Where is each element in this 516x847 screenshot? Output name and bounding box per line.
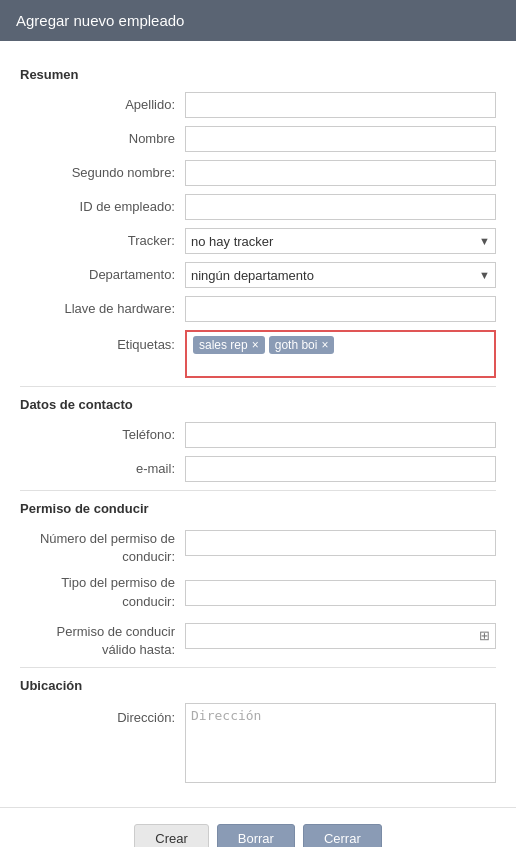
input-id-empleado[interactable] (185, 194, 496, 220)
label-email: e-mail: (20, 460, 185, 478)
group-id-empleado: ID de empleado: (20, 194, 496, 220)
section-permiso: Permiso de conducir (20, 501, 496, 516)
input-nombre[interactable] (185, 126, 496, 152)
label-permiso-valido: Permiso de conducir válido hasta: (20, 619, 185, 659)
divider-2 (20, 490, 496, 491)
label-nombre: Nombre (20, 130, 185, 148)
input-telefono[interactable] (185, 422, 496, 448)
footer: Crear Borrar Cerrar (0, 807, 516, 847)
group-segundo-nombre: Segundo nombre: (20, 160, 496, 186)
input-apellido[interactable] (185, 92, 496, 118)
label-id-empleado: ID de empleado: (20, 198, 185, 216)
window-title: Agregar nuevo empleado (16, 12, 184, 29)
tags-container[interactable]: sales rep × goth boi × (185, 330, 496, 378)
group-apellido: Apellido: (20, 92, 496, 118)
label-apellido: Apellido: (20, 96, 185, 114)
group-permiso-valido: Permiso de conducir válido hasta: ⊞ (20, 619, 496, 659)
btn-cerrar[interactable]: Cerrar (303, 824, 382, 847)
tag-sales-rep: sales rep × (193, 336, 265, 354)
label-telefono: Teléfono: (20, 426, 185, 444)
label-segundo-nombre: Segundo nombre: (20, 164, 185, 182)
group-nombre: Nombre (20, 126, 496, 152)
window: Agregar nuevo empleado Resumen Apellido:… (0, 0, 516, 847)
label-numero-permiso: Número del permiso de conducir: (20, 526, 185, 566)
label-direccion: Dirección: (20, 703, 185, 727)
title-bar: Agregar nuevo empleado (0, 0, 516, 41)
input-tipo-permiso[interactable] (185, 580, 496, 606)
group-email: e-mail: (20, 456, 496, 482)
tag-goth-boi: goth boi × (269, 336, 335, 354)
input-permiso-valido[interactable] (185, 623, 496, 649)
group-etiquetas: Etiquetas: sales rep × goth boi × (20, 330, 496, 378)
input-segundo-nombre[interactable] (185, 160, 496, 186)
group-telefono: Teléfono: (20, 422, 496, 448)
divider-1 (20, 386, 496, 387)
label-tracker: Tracker: (20, 232, 185, 250)
tracker-select[interactable]: no hay tracker (185, 228, 496, 254)
textarea-direccion[interactable] (185, 703, 496, 783)
tag-close-sales-rep[interactable]: × (252, 339, 259, 351)
group-llave-hardware: Llave de hardware: (20, 296, 496, 322)
label-etiquetas: Etiquetas: (20, 330, 185, 354)
tag-input[interactable] (338, 336, 488, 355)
tag-label: goth boi (275, 338, 318, 352)
tag-close-goth-boi[interactable]: × (321, 339, 328, 351)
tag-label: sales rep (199, 338, 248, 352)
departamento-select-wrapper: ningún departamento ▼ (185, 262, 496, 288)
divider-3 (20, 667, 496, 668)
section-ubicacion: Ubicación (20, 678, 496, 693)
section-contacto: Datos de contacto (20, 397, 496, 412)
btn-crear[interactable]: Crear (134, 824, 209, 847)
input-llave-hardware[interactable] (185, 296, 496, 322)
input-numero-permiso[interactable] (185, 530, 496, 556)
form-content: Resumen Apellido: Nombre Segundo nombre:… (0, 41, 516, 807)
section-resumen: Resumen (20, 67, 496, 82)
departamento-select[interactable]: ningún departamento (185, 262, 496, 288)
btn-borrar[interactable]: Borrar (217, 824, 295, 847)
group-direccion: Dirección: (20, 703, 496, 783)
tracker-select-wrapper: no hay tracker ▼ (185, 228, 496, 254)
group-departamento: Departamento: ningún departamento ▼ (20, 262, 496, 288)
label-tipo-permiso: Tipo del permiso de conducir: (20, 574, 185, 610)
group-tracker: Tracker: no hay tracker ▼ (20, 228, 496, 254)
group-numero-permiso: Número del permiso de conducir: (20, 526, 496, 566)
input-email[interactable] (185, 456, 496, 482)
date-wrapper: ⊞ (185, 623, 496, 649)
label-departamento: Departamento: (20, 266, 185, 284)
label-llave-hardware: Llave de hardware: (20, 300, 185, 318)
group-tipo-permiso: Tipo del permiso de conducir: (20, 574, 496, 610)
